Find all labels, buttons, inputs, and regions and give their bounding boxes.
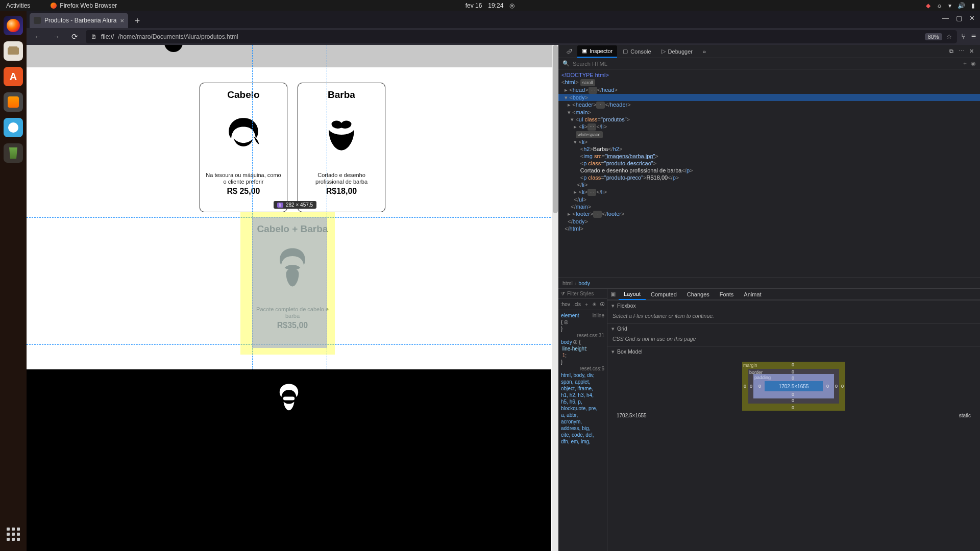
rules-light[interactable]: ☀ [592, 302, 597, 307]
window-minimize[interactable]: — [942, 14, 949, 22]
viewport-scrollbar[interactable] [552, 45, 558, 551]
product-desc: Na tesoura ou máquina, como o cliente pr… [205, 172, 282, 185]
boxmodel-position: static [959, 413, 971, 418]
product-image [205, 106, 282, 162]
devtools-tab-inspector[interactable]: ▣ Inspector [577, 45, 617, 58]
devtools-breadcrumbs[interactable]: html › body [558, 278, 980, 289]
devtools-eyedropper-icon[interactable]: ◉ [971, 60, 976, 67]
rules-cls[interactable]: .cls [573, 302, 581, 307]
boxmodel-diagram[interactable]: margin border padding 1702.5×1655 0 0 0 … [742, 362, 845, 411]
nav-reload[interactable]: ⟳ [67, 30, 82, 44]
beard-icon [317, 109, 366, 158]
layout-tab-layout[interactable]: Layout [619, 289, 646, 300]
layout-tab-changes[interactable]: Changes [682, 289, 715, 300]
activities-button[interactable]: Activities [6, 2, 30, 9]
tab-close-button[interactable]: × [120, 17, 124, 24]
wifi-icon: ▾ [948, 2, 951, 9]
pocket-icon[interactable]: ⑂ [961, 32, 966, 41]
top-bar-time: 19:24 [488, 2, 503, 9]
scroll-badge[interactable]: scroll [580, 79, 595, 86]
browser-tab[interactable]: Produtos - Barbearia Alura × [30, 13, 128, 28]
volume-icon: 🔊 [958, 2, 965, 9]
page-header [27, 45, 558, 67]
url-scheme: file:// [101, 33, 114, 40]
section-msg: Select a Flex container or item to conti… [607, 311, 980, 323]
top-bar-app-name: Firefox Web Browser [60, 2, 117, 9]
tab-label: Inspector [590, 48, 612, 54]
zoom-indicator[interactable]: 80% [925, 33, 942, 40]
dock-software[interactable] [4, 67, 23, 86]
notification-icon: ◎ [509, 2, 514, 9]
tab-label: Debugger [668, 48, 693, 55]
filter-icon: ⧩ [560, 290, 565, 297]
hamburger-menu-icon[interactable]: ≡ [971, 32, 976, 41]
brightness-icon: ☼ [937, 2, 942, 9]
devtools-tab-strip: ⮰ ▣ Inspector ▢ Console ▷ Debugger » ⧉ ⋯… [558, 45, 980, 58]
inspector-size-tag: li [277, 203, 283, 208]
gnome-top-bar: Activities Firefox Web Browser fev 16 19… [0, 0, 980, 11]
layout-tab-anim[interactable]: Animat [739, 289, 766, 300]
rules-hov[interactable]: :hov [560, 302, 570, 307]
boxmodel-margin-label: margin [743, 363, 757, 368]
browser-toolbar: ← → ⟳ 🗎 file:// /home/maro/Documents/Alu… [27, 28, 980, 45]
devtools-search-input[interactable] [573, 61, 959, 67]
devtools-tab-overflow[interactable]: » [698, 45, 710, 58]
devtools-dock-icon[interactable]: ⧉ [949, 48, 953, 55]
devtools-dom-tree[interactable]: <!DOCTYPE html> <html> scroll ▸ <head>⋯<… [558, 69, 980, 278]
dock-files[interactable] [4, 41, 23, 61]
rules-body[interactable]: element inline { ⦾ } reset.css:31 body ⦾… [558, 310, 607, 551]
footer-logo-icon [271, 380, 307, 415]
devtools-tab-debugger[interactable]: ▷ Debugger [657, 45, 697, 58]
devtools-panel: ⮰ ▣ Inspector ▢ Console ▷ Debugger » ⧉ ⋯… [558, 45, 980, 551]
section-title[interactable]: Flexbox [617, 303, 636, 309]
devtools-add-node[interactable]: ＋ [962, 60, 968, 67]
layout-tab-icon[interactable]: ▣ [607, 289, 619, 300]
tab-label: Console [630, 48, 651, 55]
dock-app-custom[interactable] [4, 118, 23, 137]
product-card-cabelo[interactable]: Cabelo Na tesoura ou máquina, como o cli… [200, 83, 287, 212]
window-close[interactable]: ✕ [969, 14, 975, 22]
layout-tab-computed[interactable]: Computed [646, 289, 682, 300]
search-icon: 🔍 [562, 60, 570, 67]
url-path: /home/maro/Documents/Alura/produtos.html [118, 33, 238, 40]
dom-doctype: <!DOCTYPE html> [561, 72, 609, 78]
window-maximize[interactable]: ▢ [956, 14, 962, 22]
file-icon: 🗎 [91, 33, 97, 40]
top-bar-clock[interactable]: fev 16 19:24 ◎ [465, 2, 515, 9]
rules-filter-bar: ⧩ Filter Styles [558, 289, 607, 299]
nav-back[interactable]: ← [31, 30, 45, 44]
top-bar-app[interactable]: Firefox Web Browser [51, 2, 117, 9]
dock-trash[interactable] [4, 143, 23, 163]
crumb-html[interactable]: html [562, 280, 573, 286]
devtools-pick-element[interactable]: ⮰ [561, 45, 576, 58]
devtools-close-icon[interactable]: ✕ [969, 48, 974, 55]
devtools-tab-console[interactable]: ▢ Console [618, 45, 655, 58]
url-bar[interactable]: 🗎 file:// /home/maro/Documents/Alura/pro… [86, 30, 957, 43]
section-title[interactable]: Grid [617, 325, 627, 332]
layout-tab-fonts[interactable]: Fonts [715, 289, 739, 300]
new-tab-button[interactable]: + [130, 14, 144, 28]
crumb-body[interactable]: body [578, 280, 590, 286]
filter-placeholder[interactable]: Filter Styles [567, 291, 594, 296]
product-card-barba[interactable]: Barba Cortado e desenho profissional de … [298, 83, 385, 212]
product-title: Cabelo [205, 89, 282, 101]
dom-selected-body[interactable]: ▾ <body> [558, 94, 980, 101]
devtools-more-icon[interactable]: ⋯ [959, 48, 964, 55]
ubuntu-dock [0, 11, 27, 551]
rules-add[interactable]: ＋ [584, 301, 589, 308]
scrollbar-thumb[interactable] [553, 45, 558, 213]
layout-boxmodel-section: ▾Box Model margin border padding 1702.5×… [607, 346, 980, 421]
dock-show-applications[interactable] [4, 524, 23, 544]
page-logo-fragment [164, 45, 183, 52]
section-title[interactable]: Box Model [617, 348, 643, 355]
bookmark-star-icon[interactable]: ☆ [946, 33, 952, 40]
dock-firefox[interactable] [4, 16, 23, 35]
dock-sublime[interactable] [4, 92, 23, 112]
tab-title: Produtos - Barbearia Alura [44, 17, 116, 24]
inspector-highlight-content [252, 217, 327, 348]
rules-more[interactable]: ⦿ [600, 302, 605, 307]
product-price: R$ 25,00 [205, 187, 282, 196]
nav-forward: → [49, 30, 63, 44]
page-footer [27, 369, 551, 551]
inspector-size-tooltip: li 282 × 457.5 [274, 201, 316, 209]
